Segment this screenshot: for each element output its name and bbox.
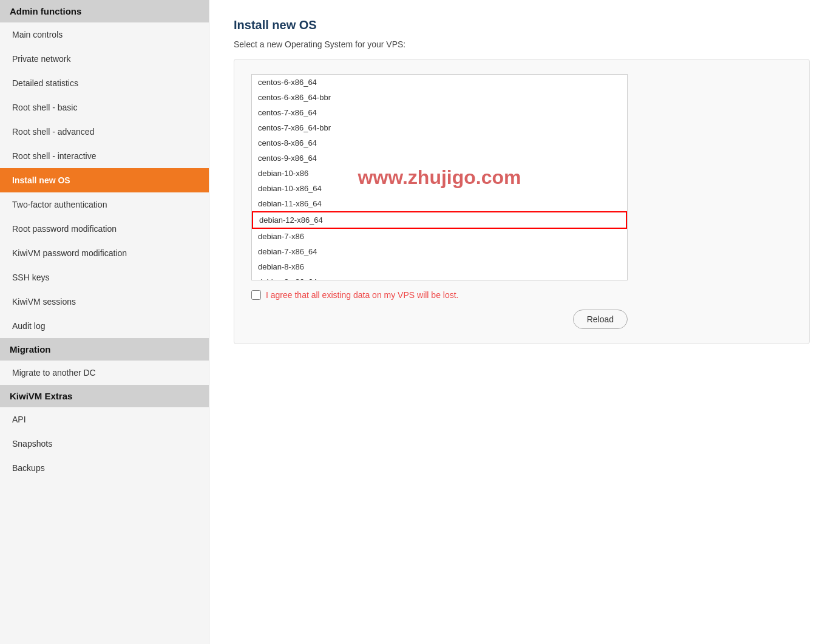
agreement-text: I agree that all existing data on my VPS… <box>266 290 459 300</box>
reload-button[interactable]: Reload <box>573 310 628 329</box>
sidebar-item[interactable]: Audit log <box>0 314 209 338</box>
os-list-item[interactable]: debian-7-x86_64 <box>252 244 627 259</box>
sidebar-item[interactable]: Root password modification <box>0 217 209 241</box>
page-subtitle: Select a new Operating System for your V… <box>234 39 810 49</box>
sidebar-item[interactable]: Backups <box>0 456 209 480</box>
os-list-item[interactable]: centos-7-x86_64-bbr <box>252 120 627 135</box>
sidebar-section-header: Migration <box>0 338 209 361</box>
page-title: Install new OS <box>234 18 810 32</box>
os-list-item[interactable]: centos-9-x86_64 <box>252 151 627 166</box>
os-list-item[interactable]: centos-6-x86_64 <box>252 75 627 90</box>
os-list-item[interactable]: centos-8-x86_64 <box>252 135 627 151</box>
reload-row: Reload <box>251 310 628 329</box>
sidebar-section-header: KiwiVM Extras <box>0 385 209 407</box>
os-list[interactable]: centos-6-x86_64centos-6-x86_64-bbrcentos… <box>252 75 627 280</box>
os-list-item[interactable]: debian-8-x86 <box>252 259 627 274</box>
sidebar-item[interactable]: Root shell - advanced <box>0 120 209 144</box>
sidebar-item[interactable]: Install new OS <box>0 168 209 192</box>
sidebar-section-header: Admin functions <box>0 0 209 22</box>
os-select-box[interactable]: centos-6-x86_64centos-6-x86_64-bbrcentos… <box>251 74 628 280</box>
sidebar-item[interactable]: KiwiVM sessions <box>0 290 209 314</box>
os-list-item[interactable]: debian-12-x86_64 <box>252 211 627 229</box>
sidebar-item[interactable]: Root shell - interactive <box>0 144 209 168</box>
sidebar-item[interactable]: API <box>0 407 209 432</box>
agreement-row: I agree that all existing data on my VPS… <box>251 290 792 300</box>
os-list-item[interactable]: debian-8-x86_64 <box>252 274 627 280</box>
os-list-item[interactable]: debian-11-x86_64 <box>252 196 627 211</box>
agreement-checkbox[interactable] <box>251 290 261 300</box>
sidebar: Admin functionsMain controlsPrivate netw… <box>0 0 209 644</box>
os-list-item[interactable]: centos-7-x86_64 <box>252 105 627 120</box>
sidebar-item[interactable]: Migrate to another DC <box>0 361 209 385</box>
sidebar-item[interactable]: Detailed statistics <box>0 71 209 95</box>
os-list-item[interactable]: debian-7-x86 <box>252 229 627 244</box>
sidebar-item[interactable]: Snapshots <box>0 432 209 456</box>
sidebar-item[interactable]: Two-factor authentication <box>0 192 209 217</box>
sidebar-item[interactable]: KiwiVM password modification <box>0 241 209 265</box>
install-os-box: centos-6-x86_64centos-6-x86_64-bbrcentos… <box>234 59 810 344</box>
main-content: Install new OS Select a new Operating Sy… <box>209 0 834 644</box>
os-list-item[interactable]: centos-6-x86_64-bbr <box>252 90 627 105</box>
os-list-item[interactable]: debian-10-x86_64 <box>252 181 627 196</box>
sidebar-item[interactable]: SSH keys <box>0 265 209 290</box>
sidebar-item[interactable]: Root shell - basic <box>0 95 209 120</box>
os-list-item[interactable]: debian-10-x86 <box>252 166 627 181</box>
sidebar-item[interactable]: Main controls <box>0 22 209 47</box>
sidebar-item[interactable]: Private network <box>0 47 209 71</box>
